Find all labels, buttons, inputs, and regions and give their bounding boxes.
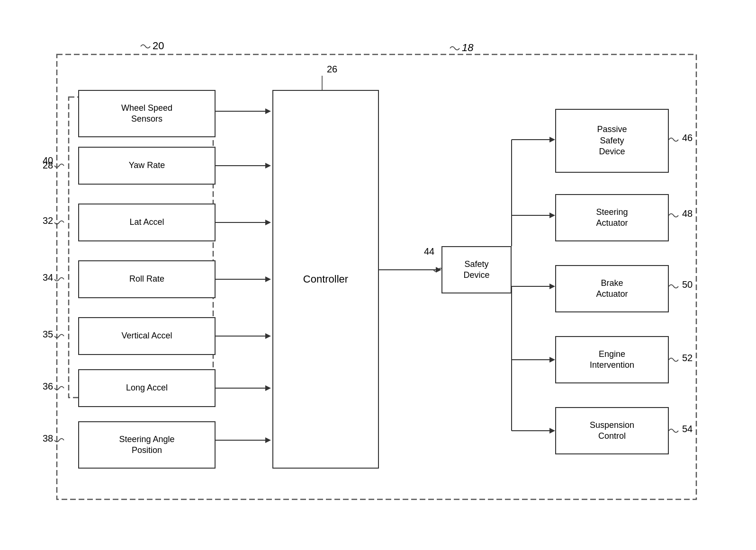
svg-marker-3 <box>265 108 271 114</box>
ref-label-50: 50 <box>682 279 693 290</box>
svg-marker-7 <box>265 220 271 225</box>
svg-marker-32 <box>549 428 555 434</box>
brake-actuator-block: BrakeActuator <box>555 265 669 312</box>
ref-label-38: 38 <box>43 433 53 444</box>
svg-marker-15 <box>265 437 271 443</box>
svg-marker-5 <box>265 163 271 169</box>
wheel-speed-sensors-block: Wheel SpeedSensors <box>78 90 216 137</box>
ref-label-54: 54 <box>682 424 693 435</box>
ref-label-34: 34 <box>43 272 53 283</box>
roll-rate-block: Roll Rate <box>78 260 216 298</box>
safety-device-block: SafetyDevice <box>441 246 512 293</box>
steering-actuator-block: SteeringActuator <box>555 194 669 241</box>
ref-label-35: 35 <box>43 329 53 340</box>
svg-marker-26 <box>549 284 555 289</box>
svg-marker-29 <box>549 357 555 363</box>
vertical-accel-block: Vertical Accel <box>78 317 216 355</box>
ref-label-52: 52 <box>682 353 693 364</box>
label-20-text: 20 <box>153 40 164 52</box>
long-accel-block: Long Accel <box>78 369 216 407</box>
ref-label-32: 32 <box>43 215 53 226</box>
svg-marker-23 <box>549 213 555 218</box>
svg-marker-20 <box>549 137 555 142</box>
passive-safety-device-block: PassiveSafetyDevice <box>555 109 669 173</box>
suspension-control-block: SuspensionControl <box>555 407 669 454</box>
steering-angle-block: Steering AnglePosition <box>78 421 216 469</box>
ref-label-36: 36 <box>43 381 53 392</box>
svg-marker-11 <box>265 333 271 339</box>
ref-label-26: 26 <box>327 64 337 75</box>
ref-label-46: 46 <box>682 133 693 143</box>
ref-label-28: 28 <box>43 160 53 171</box>
diagram-container: 18 20 <box>38 28 711 511</box>
ref-label-44: 44 <box>424 246 434 257</box>
controller-block: Controller <box>272 90 379 469</box>
svg-marker-13 <box>265 385 271 391</box>
yaw-rate-block: Yaw Rate <box>78 147 216 185</box>
ref-label-48: 48 <box>682 208 693 219</box>
label-18-text: 18 <box>462 42 474 53</box>
lat-accel-block: Lat Accel <box>78 204 216 241</box>
svg-marker-9 <box>265 276 271 282</box>
engine-intervention-block: EngineIntervention <box>555 336 669 383</box>
